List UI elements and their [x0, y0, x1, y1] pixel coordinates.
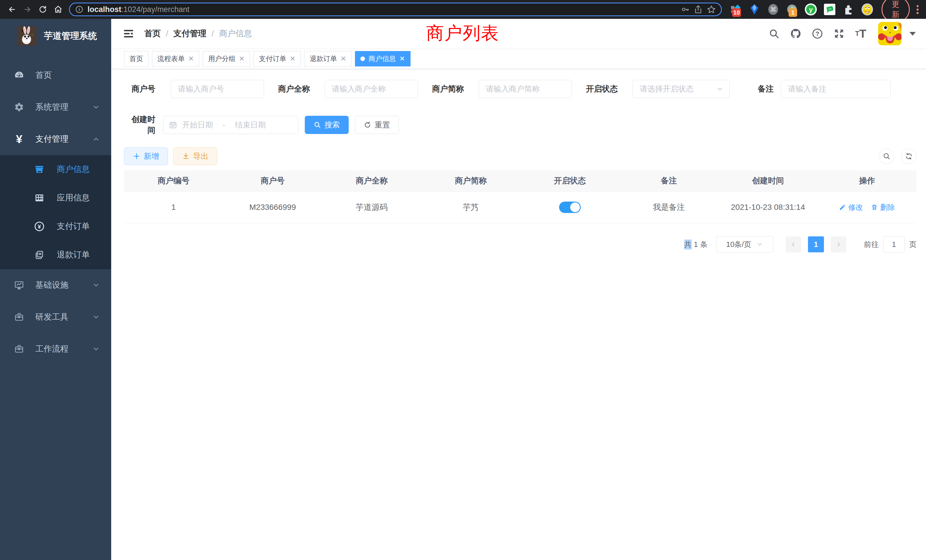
- site-info-icon[interactable]: i: [75, 5, 83, 14]
- forward-icon[interactable]: [21, 3, 34, 16]
- add-button[interactable]: 新增: [124, 147, 168, 165]
- extension-gem-icon[interactable]: [748, 3, 761, 16]
- sidebar-item-infrastructure[interactable]: 基础设施: [0, 269, 111, 301]
- yen-icon: ¥: [12, 133, 26, 146]
- extension-command-icon[interactable]: ⌘: [767, 3, 779, 16]
- page-content: 商户号 商户全称 商户简称 开启状态 请选择开启状态 备注 创: [111, 69, 926, 253]
- merchant-fullname-input[interactable]: [325, 80, 418, 98]
- sidebar-item-app-info[interactable]: 应用信息: [0, 184, 111, 212]
- merchant-no-input[interactable]: [171, 80, 264, 98]
- cell-status: [520, 192, 619, 223]
- sidebar-item-home[interactable]: 首页: [0, 59, 111, 91]
- tab-pay-order[interactable]: 支付订单 ✕: [253, 51, 301, 67]
- create-time-label: 创建时间: [124, 114, 155, 136]
- tab-process-form[interactable]: 流程表单 ✕: [152, 51, 199, 67]
- page-size-select[interactable]: 10条/页: [716, 236, 773, 253]
- close-icon[interactable]: ✕: [239, 55, 245, 62]
- svg-text:⌘: ⌘: [770, 6, 776, 13]
- sidebar-item-dev-tools[interactable]: 研发工具: [0, 301, 111, 333]
- reload-icon[interactable]: [36, 3, 49, 16]
- navbar-actions: ? TT: [768, 22, 916, 45]
- export-button[interactable]: 导出: [173, 147, 217, 165]
- tab-user-group[interactable]: 用户分组 ✕: [203, 51, 250, 67]
- next-page-button[interactable]: [831, 236, 846, 252]
- browser-menu-icon[interactable]: [917, 5, 918, 14]
- search-button[interactable]: 搜索: [305, 116, 349, 134]
- sidebar-item-workflow[interactable]: 工作流程: [0, 333, 111, 365]
- extension-green-dot-icon[interactable]: 1: [786, 3, 798, 16]
- store-icon: [33, 164, 46, 174]
- github-icon[interactable]: [790, 28, 802, 39]
- pagination-total: 共 1 条: [684, 239, 708, 250]
- status-toggle[interactable]: [559, 201, 581, 213]
- tags-view-bar: 首页 流程表单 ✕ 用户分组 ✕ 支付订单 ✕ 退款订单 ✕: [111, 48, 926, 69]
- extension-chat-icon[interactable]: [823, 3, 836, 16]
- merchant-no-label: 商户号: [124, 83, 155, 94]
- extension-badge: 10: [732, 8, 741, 17]
- chevron-down-icon: [757, 241, 763, 248]
- extensions-puzzle-icon[interactable]: [842, 3, 855, 16]
- back-icon[interactable]: [6, 3, 18, 16]
- password-key-icon[interactable]: [681, 5, 690, 14]
- profile-emoji-icon[interactable]: [861, 3, 873, 16]
- extension-diamond-icon[interactable]: 10: [729, 3, 742, 16]
- sidebar-collapse-icon[interactable]: [123, 28, 135, 39]
- refresh-table-button[interactable]: [901, 148, 917, 164]
- yen-circle-icon: ¥: [33, 221, 46, 232]
- end-date-placeholder: 结束日期: [235, 120, 266, 130]
- bookmark-star-icon[interactable]: [707, 5, 716, 14]
- breadcrumb: 首页 / 支付管理 / 商户信息: [144, 28, 252, 39]
- remark-input[interactable]: [781, 80, 891, 98]
- delete-link[interactable]: 删除: [871, 203, 895, 212]
- sidebar-item-payment[interactable]: ¥ 支付管理: [0, 123, 111, 155]
- chevron-right-icon: [835, 241, 842, 248]
- payment-submenu: 商户信息 应用信息 ¥ 支付订单: [0, 155, 111, 269]
- pencil-icon: [839, 204, 846, 211]
- table-header-row: 商户编号 商户号 商户全称 商户简称 开启状态 备注 创建时间 操作: [124, 170, 917, 192]
- sidebar-item-system[interactable]: 系统管理: [0, 91, 111, 123]
- create-time-range-picker[interactable]: 开始日期 - 结束日期: [163, 116, 298, 134]
- sidebar-item-refund-order[interactable]: 退款订单: [0, 241, 111, 269]
- sidebar-item-pay-order[interactable]: ¥ 支付订单: [0, 212, 111, 241]
- font-size-icon[interactable]: TT: [855, 28, 867, 39]
- breadcrumb-payment[interactable]: 支付管理: [173, 28, 206, 39]
- toolbox-icon: [12, 312, 26, 322]
- page-number-1[interactable]: 1: [808, 236, 824, 252]
- status-select[interactable]: 请选择开启状态: [632, 80, 729, 98]
- merchant-table: 商户编号 商户号 商户全称 商户简称 开启状态 备注 创建时间 操作 1 M23…: [124, 170, 917, 223]
- reset-button[interactable]: 重置: [355, 116, 399, 134]
- close-icon[interactable]: ✕: [188, 55, 194, 62]
- toolbox-icon: [12, 344, 26, 354]
- fullscreen-icon[interactable]: [833, 28, 845, 39]
- tab-refund-order[interactable]: 退款订单 ✕: [304, 51, 351, 67]
- toggle-search-button[interactable]: [879, 148, 894, 164]
- close-icon[interactable]: ✕: [340, 55, 346, 62]
- trash-icon: [871, 204, 878, 211]
- prev-page-button[interactable]: [786, 236, 801, 252]
- avatar-caret-icon[interactable]: [909, 32, 916, 36]
- sidebar-item-merchant-info[interactable]: 商户信息: [0, 155, 111, 184]
- close-icon[interactable]: ✕: [290, 55, 295, 62]
- breadcrumb-merchant-info: 商户信息: [219, 28, 252, 39]
- chevron-down-icon: [92, 103, 100, 111]
- merchant-shortname-label: 商户简称: [432, 83, 464, 94]
- merchant-shortname-input[interactable]: [479, 80, 572, 98]
- breadcrumb-home[interactable]: 首页: [144, 28, 161, 39]
- tab-home[interactable]: 首页: [124, 51, 148, 67]
- goto-page-input[interactable]: [883, 236, 905, 253]
- search-icon[interactable]: [768, 28, 780, 39]
- app-title: 芋道管理系统: [44, 30, 97, 42]
- sidebar-logo[interactable]: 芋道管理系统: [0, 19, 111, 53]
- help-icon[interactable]: ?: [811, 28, 823, 39]
- user-avatar[interactable]: [878, 22, 902, 45]
- tab-merchant-info[interactable]: 商户信息 ✕: [355, 51, 410, 67]
- col-header-remark: 备注: [619, 170, 719, 192]
- close-icon[interactable]: ✕: [399, 55, 405, 62]
- home-icon[interactable]: [52, 3, 64, 16]
- extension-y-icon[interactable]: y: [805, 3, 817, 16]
- svg-text:y: y: [809, 6, 813, 13]
- edit-link[interactable]: 修改: [839, 203, 863, 212]
- download-icon: [182, 153, 189, 160]
- address-bar[interactable]: i localhost:1024/pay/merchant: [69, 3, 722, 16]
- share-icon[interactable]: [694, 5, 703, 14]
